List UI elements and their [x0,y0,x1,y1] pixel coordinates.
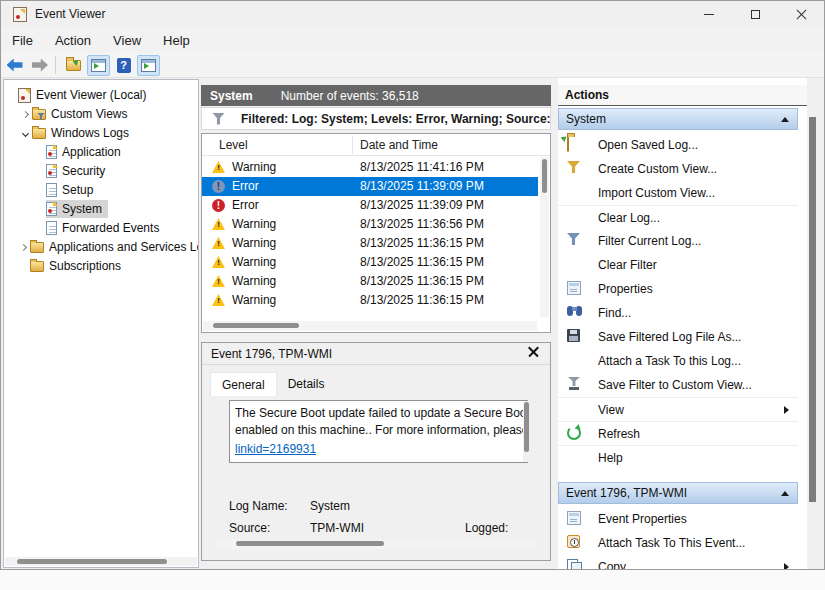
collapse-chevron-icon[interactable] [21,129,28,136]
menu-action[interactable]: Action [44,29,102,52]
export-log-button[interactable] [62,55,85,76]
submenu-arrow-icon [784,406,789,414]
detail-horizontal-scrollbar[interactable] [216,539,536,549]
main-area: Event Viewer (Local) Custom Views Window… [1,78,824,569]
action-help[interactable]: Help [558,445,798,469]
action-create-custom-view[interactable]: Create Custom View... [558,157,798,181]
tree-item-event-viewer-local[interactable]: Event Viewer (Local) [4,86,198,104]
close-button[interactable] [778,1,824,27]
column-header-level[interactable]: Level [219,138,248,152]
action-filter-current-log[interactable]: Filter Current Log... [558,229,798,253]
log-name-title: System [210,89,253,103]
event-row[interactable]: Warning 8/13/2025 11:36:56 PM [202,215,538,234]
title-bar: Event Viewer [1,1,824,27]
submenu-arrow-icon [784,563,789,569]
close-detail-button[interactable] [526,346,540,360]
action-properties[interactable]: Properties [558,277,798,301]
filter-notice-text: Filtered: Log: System; Levels: Error, Wa… [241,112,551,126]
show-action-pane-button[interactable] [137,55,160,76]
action-open-saved-log[interactable]: Open Saved Log... [558,133,798,157]
tree-item-system[interactable]: System [4,200,198,218]
expand-chevron-icon[interactable] [21,110,28,117]
expand-chevron-icon[interactable] [19,243,26,250]
help-icon [117,58,131,73]
action-clear-log[interactable]: Clear Log... [558,205,798,229]
more-info-link[interactable]: linkid=2169931 [235,441,316,458]
event-list-vertical-scrollbar[interactable] [540,157,549,317]
menu-view[interactable]: View [102,29,152,52]
action-copy[interactable]: Copy [558,555,798,569]
forward-button[interactable] [28,55,51,76]
warning-icon [212,237,225,249]
tree-horizontal-scrollbar[interactable] [5,557,197,566]
actions-section-event[interactable]: Event 1796, TPM-WMI [558,482,798,504]
task-clock-icon [567,535,580,548]
tree-item-security[interactable]: Security [4,162,198,180]
tab-general[interactable]: General [210,372,277,396]
maximize-button[interactable] [732,1,778,27]
menu-file[interactable]: File [1,29,44,52]
action-attach-task-to-log[interactable]: Attach a Task To this Log... [558,349,798,373]
tree-item-forwarded-events[interactable]: Forwarded Events [4,219,198,237]
description-vscroll-thumb[interactable] [524,402,529,452]
event-row[interactable]: Warning 8/13/2025 11:36:15 PM [202,234,538,253]
action-view-submenu[interactable]: View [558,397,798,421]
detail-hscroll-thumb[interactable] [236,541,384,546]
event-list: Level Date and Time Warning 8/13/2025 11… [201,133,551,333]
forward-arrow-icon [32,59,48,72]
minimize-button[interactable] [686,1,732,27]
error-icon [212,199,225,212]
tree-hscroll-thumb[interactable] [17,559,167,564]
event-list-horizontal-scrollbar[interactable] [203,321,537,331]
event-row[interactable]: Warning 8/13/2025 11:41:16 PM [202,158,538,177]
event-row[interactable]: Warning 8/13/2025 11:36:15 PM [202,253,538,272]
toolbar-separator [55,56,56,74]
action-clear-filter[interactable]: Clear Filter [558,253,798,277]
description-line: The Secure Boot update failed to update … [235,405,525,422]
filter-notice-bar: Filtered: Log: System; Levels: Error, Wa… [201,107,551,130]
back-button[interactable] [3,55,26,76]
console-tree-icon [91,59,106,72]
tree-item-applications-services-logs[interactable]: Applications and Services Log [4,238,198,256]
action-event-properties[interactable]: Event Properties [558,507,798,531]
menu-help[interactable]: Help [152,29,201,52]
show-console-tree-button[interactable] [87,55,110,76]
help-button[interactable] [112,55,135,76]
error-icon [212,180,225,193]
tab-details[interactable]: Details [277,372,336,396]
subscriptions-folder-icon [30,261,44,272]
event-list-hscroll-thumb[interactable] [213,323,299,328]
action-find[interactable]: Find... [558,301,798,325]
detail-header: Event 1796, TPM-WMI [202,343,550,365]
action-save-filter-to-custom-view[interactable]: Save Filter to Custom View... [558,373,798,397]
column-header-date[interactable]: Date and Time [360,138,438,152]
tree-item-custom-views[interactable]: Custom Views [4,105,198,123]
log-header-bar: System Number of events: 36,518 [201,85,551,106]
action-attach-task-to-event[interactable]: Attach Task To This Event... [558,531,798,555]
description-vertical-scrollbar[interactable] [523,401,531,462]
event-list-vscroll-thumb[interactable] [542,159,547,193]
filter-funnel-icon [212,113,225,125]
tree-item-subscriptions[interactable]: Subscriptions [4,257,198,275]
apps-services-folder-icon [30,242,44,253]
actions-section-system[interactable]: System [558,108,798,130]
action-save-filtered-log[interactable]: Save Filtered Log File As... [558,325,798,349]
collapse-section-icon[interactable] [781,117,789,122]
tree-item-windows-logs[interactable]: Windows Logs [4,124,198,142]
column-separator[interactable] [352,136,353,154]
event-description-box[interactable]: The Secure Boot update failed to update … [229,400,528,463]
event-row[interactable]: Warning 8/13/2025 11:36:15 PM [202,291,538,310]
tree-item-application[interactable]: Application [4,143,198,161]
action-refresh[interactable]: Refresh [558,421,798,445]
tree-item-setup[interactable]: Setup [4,181,198,199]
event-row-selected[interactable]: Error 8/13/2025 11:39:09 PM [202,177,538,196]
actions-vscroll-thumb[interactable] [809,117,816,502]
event-viewer-icon [18,88,31,103]
actions-vertical-scrollbar[interactable] [807,103,819,569]
close-icon [796,9,807,20]
action-import-custom-view[interactable]: Import Custom View... [558,181,798,205]
event-row[interactable]: Warning 8/13/2025 11:36:15 PM [202,272,538,291]
collapse-section-icon[interactable] [781,491,789,496]
event-row[interactable]: Error 8/13/2025 11:39:09 PM [202,196,538,215]
system-log-icon [46,202,57,216]
